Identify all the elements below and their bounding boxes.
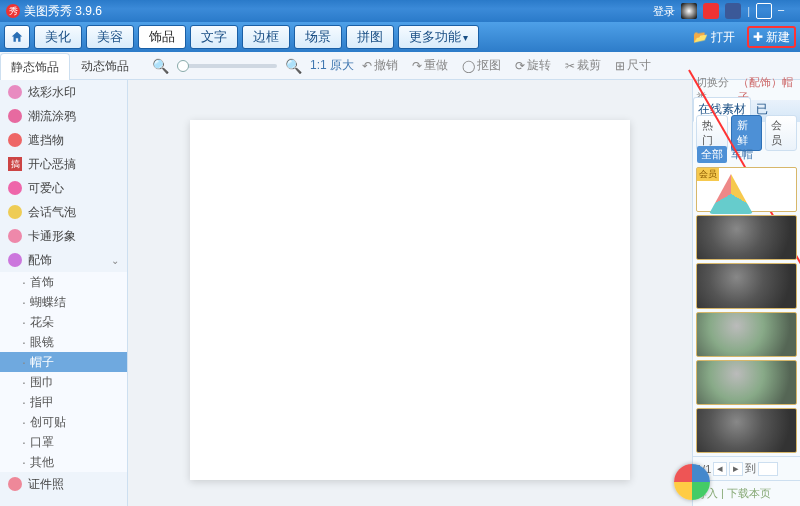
cat-accessory[interactable]: 配饰 <box>0 248 127 272</box>
cut-button[interactable]: ✂裁剪 <box>565 57 601 74</box>
cat-all[interactable]: 全部 <box>697 146 727 163</box>
nav-tab-frame[interactable]: 边框 <box>242 25 290 49</box>
plus-icon: ✚ <box>753 30 763 44</box>
cat-idphoto[interactable]: 证件照 <box>0 472 127 496</box>
sub-hat[interactable]: 帽子 <box>0 352 127 372</box>
sub-bandaid[interactable]: 创可贴 <box>0 412 127 432</box>
cat-mask[interactable]: 遮挡物 <box>0 128 127 152</box>
home-button[interactable] <box>4 25 30 49</box>
cat-watermark[interactable]: 炫彩水印 <box>0 80 127 104</box>
folder-icon: 📂 <box>693 30 708 44</box>
cat-funny[interactable]: 搞开心恶搞 <box>0 152 127 176</box>
left-panel: 炫彩水印 潮流涂鸦 遮挡物 搞开心恶搞 可爱心 会话气泡 卡通形象 配饰 首饰 … <box>0 80 128 506</box>
sub-mask[interactable]: 口罩 <box>0 432 127 452</box>
sub-bow[interactable]: 蝴蝶结 <box>0 292 127 312</box>
zoom-in-icon[interactable]: 🔍 <box>285 58 302 74</box>
app-logo-icon: 秀 <box>6 4 20 18</box>
page-next[interactable]: ▸ <box>729 462 743 476</box>
nav-tab-text[interactable]: 文字 <box>190 25 238 49</box>
size-button[interactable]: ⊞尺寸 <box>615 57 651 74</box>
minimize-icon[interactable]: – <box>778 3 794 19</box>
sub-flower[interactable]: 花朵 <box>0 312 127 332</box>
assistant-icon[interactable] <box>674 464 710 500</box>
zoom-slider[interactable] <box>177 64 277 68</box>
thumb-item[interactable] <box>696 360 797 405</box>
canvas-page[interactable] <box>190 120 630 480</box>
titlebar-right: 登录 | – <box>653 3 794 19</box>
thumb-item[interactable] <box>696 408 797 453</box>
thumb-item[interactable] <box>696 215 797 260</box>
nav-tab-beautify[interactable]: 美化 <box>34 25 82 49</box>
crop-button[interactable]: ◯抠图 <box>462 57 501 74</box>
nav-tab-more[interactable]: 更多功能 <box>398 25 479 49</box>
redo-button[interactable]: ↷重做 <box>412 57 448 74</box>
nav-tab-collage[interactable]: 拼图 <box>346 25 394 49</box>
thumb-item[interactable] <box>696 263 797 308</box>
home-icon <box>10 30 24 44</box>
share-icon[interactable] <box>725 3 741 19</box>
page-to-label: 到 <box>745 461 756 476</box>
main-nav: 美化 美容 饰品 文字 边框 场景 拼图 更多功能 📂 打开 ✚ 新建 <box>0 22 800 52</box>
sub-bar: 静态饰品 动态饰品 🔍 🔍 1:1 原大 ↶撤销 ↷重做 ◯抠图 ⟳旋转 ✂裁剪… <box>0 52 800 80</box>
rotate-button[interactable]: ⟳旋转 <box>515 57 551 74</box>
cat-graffiti[interactable]: 潮流涂鸦 <box>0 104 127 128</box>
canvas-area <box>128 80 692 506</box>
thumb-item[interactable] <box>696 312 797 357</box>
cat-cartoon[interactable]: 卡通形象 <box>0 224 127 248</box>
open-button[interactable]: 📂 打开 <box>687 26 741 48</box>
subtab-dynamic[interactable]: 动态饰品 <box>70 52 140 79</box>
sub-scarf[interactable]: 围巾 <box>0 372 127 392</box>
right-panel: 切换分类 （配饰）帽子 在线素材 已 热门 新鲜 会员 全部 军帽 1/1 ◂ … <box>692 80 800 506</box>
sub-jewelry[interactable]: 首饰 <box>0 272 127 292</box>
zoom-label[interactable]: 1:1 原大 <box>310 57 354 74</box>
page-input[interactable] <box>758 462 778 476</box>
login-link[interactable]: 登录 <box>653 4 675 19</box>
qq-icon[interactable] <box>681 3 697 19</box>
sub-glasses[interactable]: 眼镜 <box>0 332 127 352</box>
new-button[interactable]: ✚ 新建 <box>747 26 796 48</box>
app-title: 美图秀秀 3.9.6 <box>24 3 102 20</box>
settings-icon[interactable] <box>756 3 772 19</box>
page-prev[interactable]: ◂ <box>713 462 727 476</box>
undo-button[interactable]: ↶撤销 <box>362 57 398 74</box>
nav-tab-scene[interactable]: 场景 <box>294 25 342 49</box>
titlebar: 秀 美图秀秀 3.9.6 登录 | – <box>0 0 800 22</box>
nav-tab-decorations[interactable]: 饰品 <box>138 25 186 49</box>
thumbnail-grid <box>693 164 800 456</box>
sub-list: 首饰 蝴蝶结 花朵 眼镜 帽子 围巾 指甲 创可贴 口罩 其他 <box>0 272 127 472</box>
sub-other[interactable]: 其他 <box>0 452 127 472</box>
cat-heart[interactable]: 可爱心 <box>0 176 127 200</box>
weibo-icon[interactable] <box>703 3 719 19</box>
zoom-out-icon[interactable]: 🔍 <box>152 58 169 74</box>
cat-bubble[interactable]: 会话气泡 <box>0 200 127 224</box>
sub-nail[interactable]: 指甲 <box>0 392 127 412</box>
nav-tab-face[interactable]: 美容 <box>86 25 134 49</box>
subtab-static[interactable]: 静态饰品 <box>0 53 70 80</box>
thumb-item[interactable] <box>696 167 797 212</box>
